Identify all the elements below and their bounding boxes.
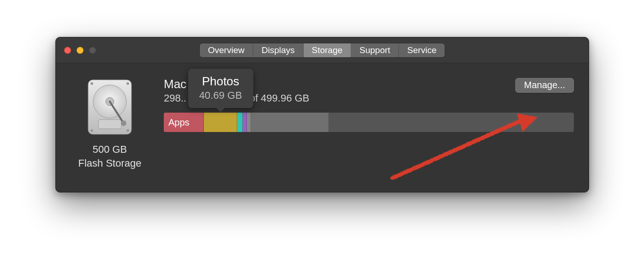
- svg-point-4: [121, 120, 126, 126]
- zoom-window-button[interactable]: [89, 47, 96, 54]
- storage-segment-other2[interactable]: [243, 113, 247, 132]
- storage-segment-apps[interactable]: Apps: [164, 113, 204, 132]
- storage-segment-free[interactable]: [329, 113, 574, 132]
- disk-panel: 500 GB Flash Storage: [71, 77, 149, 183]
- tab-storage[interactable]: Storage: [304, 43, 352, 57]
- main-panel: Mac 298.. GB available of 499.96 GB Mana…: [164, 77, 574, 183]
- storage-segment-system[interactable]: [251, 113, 329, 132]
- available-space-label: 298.. GB available of 499.96 GB: [164, 92, 310, 104]
- titlebar: Overview Displays Storage Support Servic…: [56, 37, 589, 63]
- tab-service[interactable]: Service: [399, 43, 445, 57]
- storage-segment-other1[interactable]: [237, 113, 243, 132]
- minimize-window-button[interactable]: [77, 47, 83, 54]
- tab-overview[interactable]: Overview: [200, 43, 253, 57]
- close-window-button[interactable]: [64, 47, 71, 54]
- storage-usage-bar[interactable]: Apps: [164, 113, 574, 132]
- disk-caption: 500 GB Flash Storage: [71, 143, 149, 170]
- tab-support[interactable]: Support: [351, 43, 399, 57]
- window-controls: [64, 47, 96, 54]
- disk-capacity-label: 500 GB: [71, 143, 149, 156]
- svg-point-7: [90, 129, 93, 132]
- storage-segment-label: Apps: [168, 117, 190, 128]
- svg-point-8: [126, 129, 129, 132]
- disk-type-label: Flash Storage: [71, 156, 149, 170]
- svg-rect-3: [98, 120, 121, 129]
- storage-segment-photos[interactable]: [204, 113, 237, 132]
- volume-name: Mac: [164, 77, 310, 91]
- about-mac-storage-window: Overview Displays Storage Support Servic…: [55, 37, 589, 192]
- svg-point-5: [90, 82, 93, 85]
- content-area: 500 GB Flash Storage Mac 298.. GB availa…: [56, 63, 589, 192]
- manage-button[interactable]: Manage...: [515, 78, 574, 93]
- svg-point-6: [126, 82, 129, 85]
- tab-displays[interactable]: Displays: [253, 43, 304, 57]
- storage-segment-other3[interactable]: [247, 113, 251, 132]
- tab-bar: Overview Displays Storage Support Servic…: [200, 43, 445, 57]
- internal-disk-icon: [80, 77, 140, 137]
